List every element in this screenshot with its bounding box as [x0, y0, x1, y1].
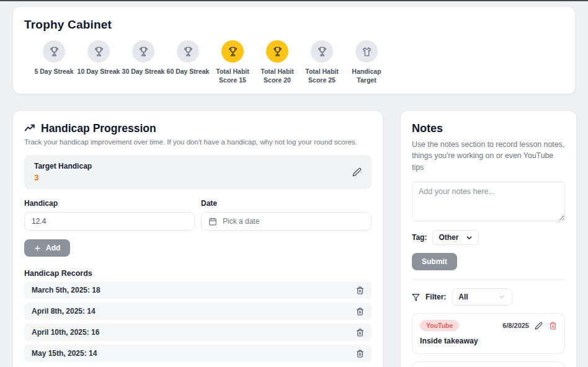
tag-select-value: Other: [439, 233, 458, 242]
handicap-field-label: Handicap: [24, 199, 195, 208]
note-card-header: YouTube 6/8/2025: [420, 320, 557, 331]
notes-divider: [412, 280, 565, 280]
date-field-label: Date: [201, 199, 372, 208]
trophy-cabinet-card: Trophy Cabinet 5 Day Streak 10 Day Strea…: [12, 6, 576, 94]
handicap-record-row: April 10th, 2025: 16: [24, 324, 372, 341]
handicap-input[interactable]: [24, 212, 195, 231]
notes-subtitle: Use the notes section to record lesson n…: [412, 139, 565, 173]
filter-row: Filter: All: [412, 288, 565, 306]
date-input[interactable]: Pick a date: [201, 212, 372, 231]
trophy-item-10-day-streak: 10 Day Streak: [76, 40, 121, 84]
top-border-line: [0, 0, 588, 1]
delete-record-icon[interactable]: [356, 307, 364, 316]
chevron-down-icon: [498, 293, 506, 301]
trophy-label: 30 Day Streak: [122, 67, 165, 76]
trophy-icon: [43, 40, 65, 63]
handicap-record-row: March 5th, 2025: 18: [24, 281, 372, 299]
filter-funnel-icon: [412, 293, 420, 301]
notes-title: Notes: [412, 122, 565, 135]
edit-note-icon[interactable]: [535, 322, 543, 330]
delete-record-icon[interactable]: [356, 350, 364, 358]
record-text: April 10th, 2025: 16: [32, 328, 99, 337]
trophy-icon: [177, 40, 199, 63]
note-date: 6/8/2025: [502, 322, 529, 329]
calendar-icon: [208, 217, 217, 226]
notes-card: Notes Use the notes section to record le…: [400, 110, 577, 367]
trophy-item-30-day-streak: 30 Day Streak: [121, 40, 166, 84]
handicap-form-row: Handicap Date Pick a date: [24, 199, 372, 231]
handicap-record-row: May 15th, 2025: 14: [24, 345, 372, 362]
trending-up-icon: [24, 123, 36, 135]
trophy-item-5-day-streak: 5 Day Streak: [32, 40, 76, 84]
trophy-label: Total Habit Score 25: [300, 67, 344, 84]
note-tag-badge: YouTube: [420, 320, 459, 331]
record-text: May 15th, 2025: 14: [32, 349, 97, 358]
target-handicap-label: Target Handicap: [34, 162, 92, 170]
note-card: Lessons 6/7/2025 Grip: diagonal shaft up…: [412, 361, 565, 367]
handicap-progression-card: Handicap Progression Track your handicap…: [12, 110, 383, 367]
note-body: Inside takeaway: [420, 336, 557, 347]
trophy-label: Total Habit Score 20: [255, 67, 300, 84]
target-handicap-box: Target Handicap 3: [24, 155, 372, 189]
trophy-item-handicap-target: Handicap Target: [344, 40, 389, 84]
target-handicap-value: 3: [34, 173, 92, 182]
handicap-record-row: April 8th, 2025: 14: [24, 303, 372, 320]
note-card: YouTube 6/8/2025 Inside takeaway: [412, 313, 565, 354]
plus-icon: [34, 245, 41, 252]
trophy-label: Total Habit Score 15: [210, 67, 255, 84]
trophy-icon: [87, 40, 110, 63]
notes-textarea[interactable]: [412, 182, 565, 221]
trophy-label: 5 Day Streak: [34, 67, 73, 76]
delete-note-icon[interactable]: [549, 322, 557, 330]
filter-select[interactable]: All: [452, 288, 512, 306]
record-text: March 5th, 2025: 18: [32, 286, 100, 294]
submit-button[interactable]: Submit: [412, 253, 457, 270]
trophy-cabinet-title: Trophy Cabinet: [24, 18, 564, 32]
delete-record-icon[interactable]: [356, 329, 364, 337]
add-button[interactable]: Add: [24, 239, 70, 257]
trophy-icon: [132, 40, 154, 63]
handicap-progression-title: Handicap Progression: [41, 122, 156, 135]
submit-button-label: Submit: [422, 257, 447, 266]
edit-target-icon[interactable]: [352, 167, 362, 177]
tag-row: Tag: Other: [412, 230, 565, 245]
tag-select[interactable]: Other: [432, 230, 479, 245]
delete-record-icon[interactable]: [356, 286, 364, 294]
trophy-icon-unlocked: [266, 40, 288, 63]
trophy-icon: [311, 40, 333, 63]
record-text: April 8th, 2025: 14: [32, 307, 96, 316]
trophy-item-habit-score-15: Total Habit Score 15: [210, 40, 255, 84]
trophy-item-60-day-streak: 60 Day Streak: [166, 40, 210, 84]
shirt-icon: [355, 40, 378, 63]
trophy-item-habit-score-25: Total Habit Score 25: [300, 40, 344, 84]
handicap-progression-subtitle: Track your handicap improvement over tim…: [24, 138, 372, 146]
trophy-row: 5 Day Streak 10 Day Streak 30 Day Streak…: [24, 40, 564, 84]
trophy-icon-unlocked: [221, 40, 244, 63]
trophy-label: Handicap Target: [344, 67, 389, 84]
trophy-item-habit-score-20: Total Habit Score 20: [255, 40, 300, 84]
trophy-label: 10 Day Streak: [78, 67, 120, 76]
handicap-progression-header: Handicap Progression: [24, 122, 372, 135]
chevron-down-icon: [466, 234, 473, 241]
date-placeholder: Pick a date: [223, 217, 259, 226]
trophy-label: 60 Day Streak: [167, 67, 210, 76]
filter-label: Filter:: [425, 293, 446, 301]
tag-label: Tag:: [412, 233, 427, 242]
handicap-records-title: Handicap Records: [24, 269, 372, 278]
app-screen: Trophy Cabinet 5 Day Streak 10 Day Strea…: [0, 0, 588, 367]
filter-select-value: All: [458, 293, 468, 301]
add-button-label: Add: [46, 244, 60, 252]
